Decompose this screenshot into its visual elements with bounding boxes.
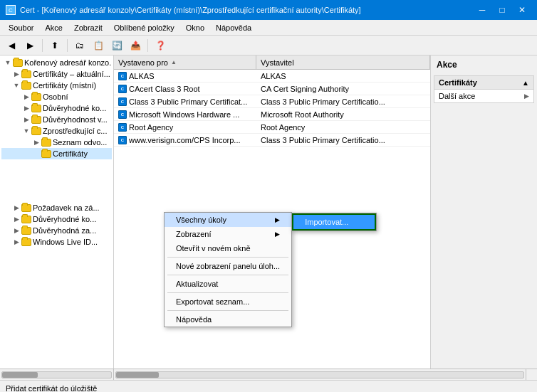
ctx-help[interactable]: Nápověda — [165, 312, 291, 327]
ctx-new-task-view[interactable]: Nové zobrazení panelu úloh... — [165, 259, 291, 273]
content-panel: Vystaveno pro ▲ Vystavitel CALKASALKASCC… — [114, 55, 430, 369]
cert-small-icon: C — [118, 85, 127, 93]
expander-icon: ▶ — [21, 115, 31, 125]
cell-issuer: Microsoft Root Authority — [258, 110, 429, 120]
cell-issued: Cwww.verisign.com/CPS Incorp... — [115, 135, 258, 145]
cell-issued: CALKAS — [115, 71, 258, 81]
forward-button[interactable]: ▶ — [21, 38, 38, 53]
toolbar: ◀ ▶ ⬆ 🗂 📋 🔄 📤 ❓ — [0, 36, 537, 55]
tree-item-label: Certifikáty — [53, 149, 88, 158]
title-bar-left: C Cert - [Kořenový adresář konzoly\Certi… — [6, 5, 361, 15]
menu-bar: Soubor Akce Zobrazit Oblíbené položky Ok… — [0, 20, 537, 36]
toolbar-separator-2 — [67, 39, 68, 52]
issued-text: Class 3 Public Primary Certificat... — [129, 97, 247, 106]
cell-issuer: ALKAS — [258, 71, 429, 81]
col-header-issuer[interactable]: Vystavitel — [256, 55, 430, 69]
folder-icon — [21, 215, 31, 223]
menu-okno[interactable]: Okno — [180, 20, 210, 35]
properties-button[interactable]: 📋 — [90, 38, 107, 53]
up-button[interactable]: ⬆ — [46, 38, 63, 53]
tree-root[interactable]: ▼ Kořenový adresář konzo... — [1, 57, 112, 68]
refresh-button[interactable]: 🔄 — [108, 38, 125, 53]
folder-icon — [41, 138, 51, 147]
ctx-open-new-window[interactable]: Otevřít v novém okně — [165, 241, 291, 255]
tree-request[interactable]: ▶ Požadavek na zá... — [1, 202, 112, 213]
tree-certs-local[interactable]: ▼ Certifikáty (místní) — [1, 80, 112, 91]
app-icon: C — [6, 5, 16, 15]
action-section-certs: Certifikáty ▲ Další akce ▶ — [434, 75, 534, 103]
folder-icon — [31, 104, 41, 112]
cell-issuer: Root Agency — [258, 122, 429, 132]
issued-text: Microsoft Windows Hardware ... — [129, 110, 239, 119]
help-button[interactable]: ❓ — [152, 38, 169, 53]
h-scrollbar-thumb2[interactable] — [116, 372, 159, 378]
tree-trusted-za[interactable]: ▶ Důvěryhodná za... — [1, 225, 112, 236]
folder-icon — [31, 115, 41, 124]
tree-trusted-ko2[interactable]: ▶ Důvěryhodné ko... — [1, 213, 112, 225]
table-row[interactable]: Cwww.verisign.com/CPS Incorp...Class 3 P… — [114, 134, 430, 147]
submenu-arrow-icon2: ▶ — [275, 231, 280, 238]
submenu-import[interactable]: Importovat... — [292, 213, 376, 231]
menu-zobrazit[interactable]: Zobrazit — [68, 20, 108, 35]
tree-trusted-ko[interactable]: ▶ Důvěryhodné ko... — [1, 102, 112, 114]
tree-personal[interactable]: ▶ Osobní — [1, 91, 112, 102]
show-hide-button[interactable]: 🗂 — [71, 38, 88, 53]
issued-text: www.verisign.com/CPS Incorp... — [129, 136, 241, 144]
sort-arrow-icon: ▲ — [171, 59, 177, 65]
tree-certificates[interactable]: Certifikáty — [1, 148, 112, 159]
cell-issuer: Class 3 Public Primary Certificatio... — [258, 135, 429, 145]
cell-issued: CClass 3 Public Primary Certificat... — [115, 97, 258, 107]
folder-icon — [21, 203, 31, 212]
table-row[interactable]: CALKASALKAS — [114, 70, 430, 83]
expander-icon: ▶ — [11, 237, 21, 247]
export-button[interactable]: 📤 — [127, 38, 144, 53]
minimize-button[interactable]: ─ — [473, 3, 491, 17]
cell-issued: CCAcert Class 3 Root — [115, 84, 258, 94]
ctx-export-list[interactable]: Exportovat seznam... — [165, 295, 291, 309]
tree-item-label: Důvěryhodnost v... — [43, 115, 108, 124]
table-row[interactable]: CClass 3 Public Primary Certificat...Cla… — [114, 95, 430, 108]
menu-akce[interactable]: Akce — [39, 20, 68, 35]
expander-icon: ▼ — [3, 58, 13, 68]
tree-certs-current[interactable]: ▶ Certifikáty – aktuální... — [1, 68, 112, 80]
collapse-icon: ▲ — [522, 79, 529, 87]
tree-item-label: Kořenový adresář konzo... — [24, 58, 112, 67]
context-menu: Všechny úkoly ▶ Importovat... Zobrazení … — [164, 212, 292, 327]
ctx-refresh[interactable]: Aktualizovat — [165, 277, 291, 291]
h-scrollbar-thumb[interactable] — [2, 372, 38, 378]
tree-item-label: Osobní — [43, 92, 68, 101]
menu-napoveda[interactable]: Nápověda — [210, 20, 257, 35]
title-bar: C Cert - [Kořenový adresář konzoly\Certi… — [0, 0, 537, 20]
toolbar-separator-3 — [147, 39, 148, 52]
ctx-separator-1 — [167, 257, 288, 258]
table-row[interactable]: CCAcert Class 3 RootCA Cert Signing Auth… — [114, 83, 430, 95]
expander-icon: ▶ — [11, 214, 21, 224]
tree-intermediary[interactable]: ▼ Zprostředkující c... — [1, 125, 112, 137]
tree-revocation-list[interactable]: ▶ Seznam odvo... — [1, 137, 112, 148]
expander-icon: ▼ — [11, 80, 21, 90]
col-header-issued[interactable]: Vystaveno pro ▲ — [114, 55, 256, 69]
action-other-actions[interactable]: Další akce ▶ — [434, 90, 533, 102]
table-row[interactable]: CRoot AgencyRoot Agency — [114, 121, 430, 134]
scroll-corner — [526, 369, 537, 380]
actions-panel: Akce Certifikáty ▲ Další akce ▶ — [430, 55, 537, 369]
ctx-separator-2 — [167, 275, 288, 275]
maximize-button[interactable]: □ — [493, 3, 511, 17]
tree-trusted-v[interactable]: ▶ Důvěryhodnost v... — [1, 114, 112, 125]
actions-title: Akce — [434, 58, 534, 71]
folder-icon — [41, 149, 51, 158]
folder-icon — [21, 226, 31, 235]
cell-issuer: CA Cert Signing Authority — [258, 84, 429, 94]
bottom-scroll-area — [0, 369, 537, 380]
ctx-zobrazeni[interactable]: Zobrazení ▶ — [165, 227, 291, 241]
back-button[interactable]: ◀ — [3, 38, 20, 53]
menu-oblibene[interactable]: Oblíbené položky — [108, 20, 180, 35]
tree-item-label: Důvěryhodné ko... — [43, 104, 106, 112]
tree-windows-live[interactable]: ▶ Windows Live ID... — [1, 236, 112, 248]
expander-icon: ▶ — [21, 92, 31, 102]
menu-soubor[interactable]: Soubor — [3, 20, 39, 35]
table-row[interactable]: CMicrosoft Windows Hardware ...Microsoft… — [114, 108, 430, 121]
expander-icon: ▶ — [11, 203, 21, 213]
ctx-all-tasks[interactable]: Všechny úkoly ▶ Importovat... — [165, 213, 291, 227]
close-button[interactable]: ✕ — [513, 3, 531, 17]
